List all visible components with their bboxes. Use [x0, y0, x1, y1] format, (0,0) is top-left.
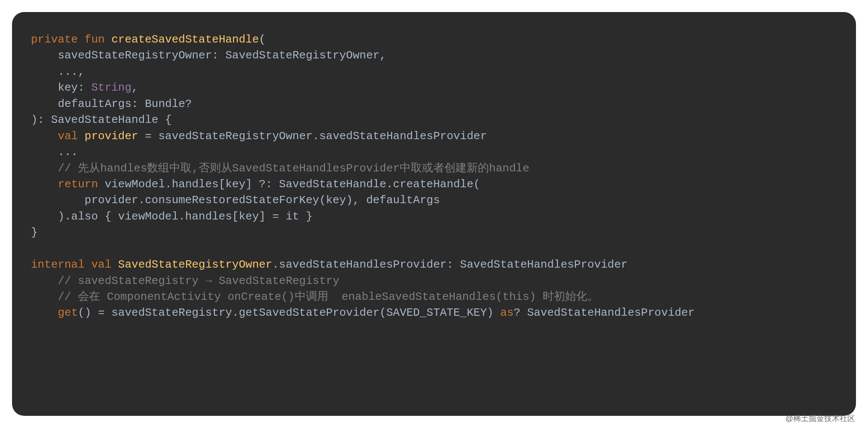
- get-body: () = savedStateRegistry.getSavedStatePro…: [78, 306, 500, 319]
- indent: [31, 290, 58, 303]
- type-string: String: [91, 81, 131, 94]
- indent: [31, 274, 58, 287]
- param-key-pre: key:: [31, 81, 91, 94]
- keyword-fun: fun: [85, 33, 105, 46]
- close-brace: }: [31, 226, 38, 239]
- indent: [31, 130, 58, 143]
- indent: [31, 306, 58, 319]
- keyword-val: val: [58, 130, 78, 143]
- param-default-args: defaultArgs: Bundle?: [31, 98, 192, 110]
- consume-line: provider.consumeRestoredStateForKey(key)…: [31, 194, 440, 207]
- comma: ,: [131, 81, 138, 94]
- receiver-type: SavedStateRegistryOwner: [118, 258, 272, 271]
- keyword-as: as: [500, 306, 513, 319]
- keyword-get: get: [58, 306, 78, 319]
- space: [85, 258, 92, 271]
- fn-name: createSavedStateHandle: [111, 33, 259, 46]
- param-line: savedStateRegistryOwner: SavedStateRegis…: [31, 49, 386, 62]
- indent: [31, 178, 58, 191]
- indent: [31, 162, 58, 175]
- assign-provider: = savedStateRegistryOwner.savedStateHand…: [138, 130, 487, 143]
- watermark: @稀土掘金技术社区: [785, 413, 855, 424]
- param-ellipsis: ...,: [31, 65, 85, 78]
- keyword-val-2: val: [91, 258, 111, 271]
- code-block: private fun createSavedStateHandle( save…: [31, 32, 837, 321]
- sig-tail: ): SavedStateHandle {: [31, 113, 172, 126]
- keyword-internal: internal: [31, 258, 85, 271]
- ext-prop: .savedStateHandlesProvider: SavedStateHa…: [272, 258, 628, 271]
- space: [111, 258, 118, 271]
- comment-registry: // savedStateRegistry → SavedStateRegist…: [58, 274, 339, 287]
- comment-oncreate: // 会在 ComponentActivity onCreate()中调用 en…: [58, 290, 599, 303]
- keyword-return: return: [58, 178, 98, 191]
- space: [78, 130, 85, 143]
- also-line: ).also { viewModel.handles[key] = it }: [31, 210, 312, 223]
- body-ellipsis: ...: [31, 146, 78, 159]
- var-provider: provider: [85, 130, 138, 143]
- comment-handles: // 先从handles数组中取,否则从SavedStateHandlesPro…: [58, 162, 529, 175]
- return-expr: viewModel.handles[key] ?: SavedStateHand…: [98, 178, 480, 191]
- paren: (: [259, 33, 266, 46]
- keyword-private: private: [31, 33, 78, 46]
- cast-tail: ? SavedStateHandlesProvider: [513, 306, 694, 319]
- code-card: private fun createSavedStateHandle( save…: [12, 12, 856, 416]
